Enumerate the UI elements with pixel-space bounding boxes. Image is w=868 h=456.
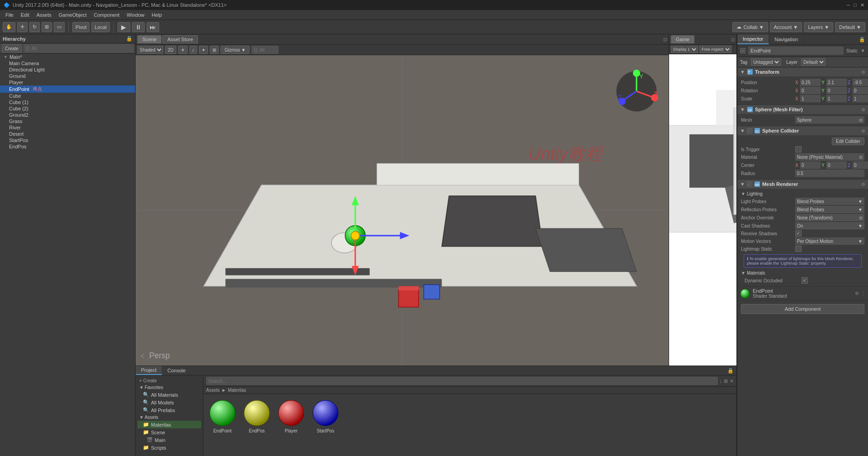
pause-btn[interactable]: ⏸: [132, 22, 145, 32]
collab-btn[interactable]: ☁ Collab ▼: [732, 22, 768, 32]
asset-endpoint[interactable]: EndPoint: [207, 398, 238, 452]
account-btn[interactable]: Account ▼: [770, 22, 802, 32]
transform-settings-icon[interactable]: ⚙: [861, 70, 865, 75]
receive-shadows-checkbox[interactable]: [795, 230, 802, 237]
breadcrumb-assets[interactable]: Assets: [206, 388, 220, 393]
proj-scene[interactable]: 📁 Scene: [137, 428, 201, 436]
play-btn[interactable]: ▶: [118, 22, 130, 32]
proj-all-materials[interactable]: 🔍 All Materials: [137, 391, 201, 399]
sphere-collider-header[interactable]: ▼ SC Sphere Collider ⚙: [737, 126, 868, 135]
menu-assets[interactable]: Assets: [33, 12, 55, 18]
menu-help[interactable]: Help: [148, 12, 165, 18]
cast-shadows-dropdown[interactable]: On ▼: [795, 222, 864, 229]
reflection-probes-dropdown[interactable]: Blend Probes ▼: [795, 206, 864, 213]
motion-vectors-dropdown[interactable]: Per Object Motion ▼: [795, 238, 864, 245]
gizmos-btn[interactable]: Gizmos ▼: [221, 46, 250, 54]
tab-asset-store[interactable]: Asset Store: [162, 35, 198, 43]
scene-fx-toggle[interactable]: ✦: [199, 46, 208, 54]
step-btn[interactable]: ⏭: [146, 22, 159, 32]
pos-x-input[interactable]: [800, 79, 821, 86]
lightmap-static-checkbox[interactable]: [795, 246, 802, 252]
tab-project[interactable]: Project: [136, 366, 162, 375]
cx-input[interactable]: [800, 162, 821, 169]
rot-y-input[interactable]: [826, 87, 847, 94]
cy-input[interactable]: [826, 162, 847, 169]
assets-header[interactable]: ▼ Assets: [137, 414, 201, 421]
rect-tool[interactable]: ▭: [54, 22, 65, 32]
hierarchy-item-startpos[interactable]: StartPos: [0, 137, 135, 143]
menu-component[interactable]: Component: [90, 12, 123, 18]
create-btn[interactable]: + Create: [137, 377, 201, 384]
lighting-subsection-header[interactable]: ▼ Lighting: [741, 190, 864, 197]
local-btn[interactable]: Local: [91, 22, 109, 32]
mesh-filter-header[interactable]: ▼ MF Sphere (Mesh Filter) ⚙: [737, 105, 868, 114]
hierarchy-item-maincamera[interactable]: Main Camera: [0, 60, 135, 66]
hierarchy-item-main[interactable]: ▼ Main*: [0, 54, 135, 60]
mesh-dropdown[interactable]: Sphere ⊙: [795, 116, 864, 124]
favorites-header[interactable]: ▼ Favorites: [137, 384, 201, 391]
add-component-btn[interactable]: Add Component: [741, 304, 864, 314]
hierarchy-item-endpoint[interactable]: EndPoint 终点: [0, 86, 135, 93]
tab-game[interactable]: Game: [671, 35, 694, 43]
pivot-btn[interactable]: Pivot: [72, 22, 90, 32]
game-maximize-icon[interactable]: ⊡: [731, 37, 735, 42]
inspector-lock-icon[interactable]: 🔒: [859, 37, 868, 43]
default-layout-btn[interactable]: Default ▼: [835, 22, 865, 32]
asset-startpos[interactable]: StartPos: [310, 398, 341, 452]
pos-z-input[interactable]: [853, 79, 868, 86]
2d-toggle[interactable]: 2D: [165, 46, 176, 54]
hierarchy-item-player[interactable]: Player: [0, 79, 135, 86]
sc-z-input[interactable]: [853, 95, 868, 102]
game-view[interactable]: [669, 54, 736, 366]
maximize-btn[interactable]: □: [854, 2, 857, 8]
menu-edit[interactable]: Edit: [17, 12, 33, 18]
hierarchy-item-ground2[interactable]: Ground2: [0, 112, 135, 118]
hierarchy-item-grass[interactable]: Grass: [0, 118, 135, 124]
scene-light-toggle[interactable]: ☀: [178, 46, 188, 54]
materials-subsection-header[interactable]: ▼ Materials: [741, 270, 864, 276]
hierarchy-item-desert[interactable]: Desert: [0, 131, 135, 137]
hierarchy-item-cube1[interactable]: Cube (1): [0, 99, 135, 105]
rotate-tool[interactable]: ↻: [29, 22, 40, 32]
aspect-select[interactable]: Free Aspect: [699, 46, 731, 53]
sc-x-input[interactable]: [800, 95, 821, 102]
collider-material-dropdown[interactable]: None (Physic Material) ⊙: [795, 153, 864, 161]
menu-file[interactable]: File: [2, 12, 17, 18]
sphere-collider-enable[interactable]: [747, 128, 752, 133]
sphere-collider-settings-icon[interactable]: ⚙: [861, 128, 865, 133]
hierarchy-item-cube2[interactable]: Cube (2): [0, 105, 135, 112]
is-trigger-checkbox[interactable]: [795, 146, 802, 152]
scale-tool[interactable]: ⊞: [42, 22, 52, 32]
hierarchy-item-endpos[interactable]: EndPos: [0, 143, 135, 150]
proj-scene-main[interactable]: 🎬 Main: [137, 436, 201, 444]
cz-input[interactable]: [853, 162, 868, 169]
static-dropdown-icon[interactable]: ▼: [860, 48, 865, 53]
rot-z-input[interactable]: [853, 87, 868, 94]
mesh-renderer-header[interactable]: ▼ MR Mesh Renderer ⚙: [737, 180, 868, 189]
scene-search-input[interactable]: [251, 46, 278, 54]
material-expand-icon[interactable]: ⚙: [855, 291, 859, 296]
menu-gameobject[interactable]: GameObject: [55, 12, 90, 18]
mesh-filter-settings-icon[interactable]: ⚙: [861, 107, 865, 112]
tag-select[interactable]: Untagged: [751, 58, 781, 66]
mesh-renderer-enable[interactable]: [747, 181, 752, 187]
mesh-renderer-settings-icon[interactable]: ⚙: [861, 182, 865, 187]
scene-view[interactable]: Y X Z Untiy教程: [136, 55, 669, 366]
minimize-btn[interactable]: ─: [847, 2, 850, 8]
pos-y-input[interactable]: [826, 79, 847, 86]
project-search-input[interactable]: [206, 377, 718, 385]
asset-player[interactable]: Player: [276, 398, 307, 452]
hierarchy-search-input[interactable]: [24, 44, 133, 52]
hierarchy-item-ground[interactable]: Ground: [0, 73, 135, 79]
proj-all-models[interactable]: 🔍 All Models: [137, 399, 201, 406]
menu-window[interactable]: Window: [123, 12, 148, 18]
hierarchy-item-river[interactable]: River: [0, 124, 135, 131]
hierarchy-item-dirlight[interactable]: Directional Light: [0, 66, 135, 73]
material-extra-icon[interactable]: ⋮: [861, 291, 865, 296]
hierarchy-create-btn[interactable]: Create: [2, 44, 22, 52]
proj-icon-c[interactable]: ✕: [730, 378, 734, 384]
proj-all-prefabs[interactable]: 🔍 All Prefabs: [137, 406, 201, 414]
close-btn[interactable]: ✕: [860, 2, 864, 8]
edit-collider-btn[interactable]: Edit Collider: [832, 138, 864, 145]
hand-tool[interactable]: ✋: [3, 22, 15, 32]
